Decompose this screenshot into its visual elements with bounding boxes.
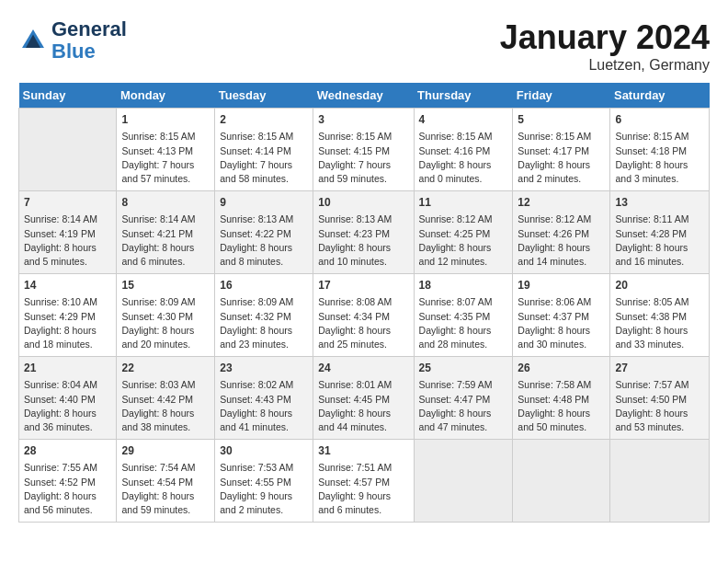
calendar-cell: 10Sunrise: 8:13 AMSunset: 4:23 PMDayligh… xyxy=(313,191,414,274)
sunset: Sunset: 4:32 PM xyxy=(220,311,291,322)
day-number: 24 xyxy=(318,361,408,376)
sunrise: Sunrise: 7:57 AM xyxy=(615,379,688,390)
page-header: General Blue January 2024 Luetzen, Germa… xyxy=(18,18,710,74)
day-number: 4 xyxy=(419,112,508,128)
logo: General Blue xyxy=(18,18,127,63)
calendar-cell: 8Sunrise: 8:14 AMSunset: 4:21 PMDaylight… xyxy=(117,191,215,274)
daylight: Daylight: 8 hours and 23 minutes. xyxy=(220,325,292,350)
daylight: Daylight: 7 hours and 58 minutes. xyxy=(220,159,292,184)
calendar-cell: 6Sunrise: 8:15 AMSunset: 4:18 PMDaylight… xyxy=(610,109,710,191)
sunrise: Sunrise: 8:14 AM xyxy=(24,213,97,224)
day-number: 28 xyxy=(24,443,111,459)
day-number: 25 xyxy=(419,361,508,376)
sunrise: Sunrise: 8:14 AM xyxy=(121,213,195,224)
daylight: Daylight: 8 hours and 59 minutes. xyxy=(121,490,194,515)
sunset: Sunset: 4:54 PM xyxy=(121,477,193,488)
week-row-3: 14Sunrise: 8:10 AMSunset: 4:29 PMDayligh… xyxy=(19,274,710,357)
calendar-cell: 5Sunrise: 8:15 AMSunset: 4:17 PMDaylight… xyxy=(513,109,610,191)
calendar-cell: 7Sunrise: 8:14 AMSunset: 4:19 PMDaylight… xyxy=(19,191,117,274)
daylight: Daylight: 8 hours and 16 minutes. xyxy=(615,242,688,267)
sunrise: Sunrise: 7:59 AM xyxy=(419,379,493,390)
sunrise: Sunrise: 8:12 AM xyxy=(419,213,493,224)
day-number: 22 xyxy=(121,361,210,376)
calendar-cell: 29Sunrise: 7:54 AMSunset: 4:54 PMDayligh… xyxy=(117,440,215,523)
calendar-table: SundayMondayTuesdayWednesdayThursdayFrid… xyxy=(18,83,710,523)
week-row-4: 21Sunrise: 8:04 AMSunset: 4:40 PMDayligh… xyxy=(19,357,710,440)
sunset: Sunset: 4:17 PM xyxy=(518,145,589,156)
daylight: Daylight: 8 hours and 14 minutes. xyxy=(518,242,590,267)
calendar-cell xyxy=(513,440,610,523)
day-number: 11 xyxy=(419,195,508,211)
sunrise: Sunrise: 8:05 AM xyxy=(615,296,688,307)
calendar-cell: 12Sunrise: 8:12 AMSunset: 4:26 PMDayligh… xyxy=(513,191,610,274)
sunrise: Sunrise: 8:13 AM xyxy=(318,213,392,224)
sunset: Sunset: 4:52 PM xyxy=(24,477,96,488)
daylight: Daylight: 8 hours and 28 minutes. xyxy=(419,325,492,350)
daylight: Daylight: 8 hours and 56 minutes. xyxy=(24,490,97,515)
sunrise: Sunrise: 8:10 AM xyxy=(24,296,97,307)
sunset: Sunset: 4:55 PM xyxy=(220,477,291,488)
day-number: 27 xyxy=(615,361,704,376)
sunset: Sunset: 4:13 PM xyxy=(121,145,193,156)
sunset: Sunset: 4:57 PM xyxy=(318,477,390,488)
logo-text: General Blue xyxy=(51,18,127,63)
day-number: 9 xyxy=(220,195,308,211)
sunset: Sunset: 4:18 PM xyxy=(615,145,687,156)
sunset: Sunset: 4:29 PM xyxy=(24,311,96,322)
sunset: Sunset: 4:25 PM xyxy=(419,228,491,239)
month-title: January 2024 xyxy=(500,18,710,57)
calendar-cell: 21Sunrise: 8:04 AMSunset: 4:40 PMDayligh… xyxy=(19,357,117,440)
sunrise: Sunrise: 7:55 AM xyxy=(24,462,97,473)
day-number: 1 xyxy=(121,112,210,128)
sunrise: Sunrise: 8:03 AM xyxy=(121,379,195,390)
day-number: 12 xyxy=(518,195,605,211)
calendar-cell: 23Sunrise: 8:02 AMSunset: 4:43 PMDayligh… xyxy=(215,357,313,440)
sunset: Sunset: 4:30 PM xyxy=(121,311,193,322)
sunrise: Sunrise: 8:15 AM xyxy=(615,131,688,142)
calendar-cell: 15Sunrise: 8:09 AMSunset: 4:30 PMDayligh… xyxy=(117,274,215,357)
calendar-cell: 28Sunrise: 7:55 AMSunset: 4:52 PMDayligh… xyxy=(19,440,117,523)
daylight: Daylight: 8 hours and 5 minutes. xyxy=(24,242,97,267)
daylight: Daylight: 8 hours and 33 minutes. xyxy=(615,325,688,350)
sunset: Sunset: 4:38 PM xyxy=(615,311,687,322)
header-day-tuesday: Tuesday xyxy=(215,83,313,109)
sunrise: Sunrise: 8:15 AM xyxy=(518,131,591,142)
daylight: Daylight: 8 hours and 41 minutes. xyxy=(220,408,292,432)
sunrise: Sunrise: 7:53 AM xyxy=(220,462,293,473)
calendar-cell: 17Sunrise: 8:08 AMSunset: 4:34 PMDayligh… xyxy=(313,274,414,357)
calendar-cell: 9Sunrise: 8:13 AMSunset: 4:22 PMDaylight… xyxy=(215,191,313,274)
sunset: Sunset: 4:50 PM xyxy=(615,394,687,405)
day-number: 18 xyxy=(419,278,508,293)
day-number: 14 xyxy=(24,278,111,293)
logo-icon xyxy=(18,26,48,55)
sunset: Sunset: 4:47 PM xyxy=(419,394,491,405)
calendar-cell: 4Sunrise: 8:15 AMSunset: 4:16 PMDaylight… xyxy=(414,109,513,191)
daylight: Daylight: 8 hours and 3 minutes. xyxy=(615,159,688,184)
calendar-cell: 18Sunrise: 8:07 AMSunset: 4:35 PMDayligh… xyxy=(414,274,513,357)
daylight: Daylight: 8 hours and 50 minutes. xyxy=(518,408,590,432)
calendar-cell: 14Sunrise: 8:10 AMSunset: 4:29 PMDayligh… xyxy=(19,274,117,357)
day-number: 20 xyxy=(615,278,704,293)
sunrise: Sunrise: 7:51 AM xyxy=(318,462,392,473)
header-day-sunday: Sunday xyxy=(19,83,117,109)
sunrise: Sunrise: 8:15 AM xyxy=(220,131,293,142)
day-number: 21 xyxy=(24,361,111,376)
daylight: Daylight: 8 hours and 38 minutes. xyxy=(121,408,194,432)
daylight: Daylight: 8 hours and 53 minutes. xyxy=(615,408,688,432)
sunset: Sunset: 4:45 PM xyxy=(318,394,390,405)
day-number: 5 xyxy=(518,112,605,128)
calendar-cell: 30Sunrise: 7:53 AMSunset: 4:55 PMDayligh… xyxy=(215,440,313,523)
calendar-cell: 16Sunrise: 8:09 AMSunset: 4:32 PMDayligh… xyxy=(215,274,313,357)
day-number: 2 xyxy=(220,112,308,128)
calendar-cell: 3Sunrise: 8:15 AMSunset: 4:15 PMDaylight… xyxy=(313,109,414,191)
daylight: Daylight: 8 hours and 47 minutes. xyxy=(419,408,492,432)
sunset: Sunset: 4:34 PM xyxy=(318,311,390,322)
calendar-cell xyxy=(414,440,513,523)
sunset: Sunset: 4:19 PM xyxy=(24,228,96,239)
calendar-cell: 20Sunrise: 8:05 AMSunset: 4:38 PMDayligh… xyxy=(610,274,710,357)
calendar-cell xyxy=(19,109,117,191)
day-number: 17 xyxy=(318,278,408,293)
sunrise: Sunrise: 8:09 AM xyxy=(220,296,293,307)
day-number: 3 xyxy=(318,112,408,128)
header-day-monday: Monday xyxy=(117,83,215,109)
